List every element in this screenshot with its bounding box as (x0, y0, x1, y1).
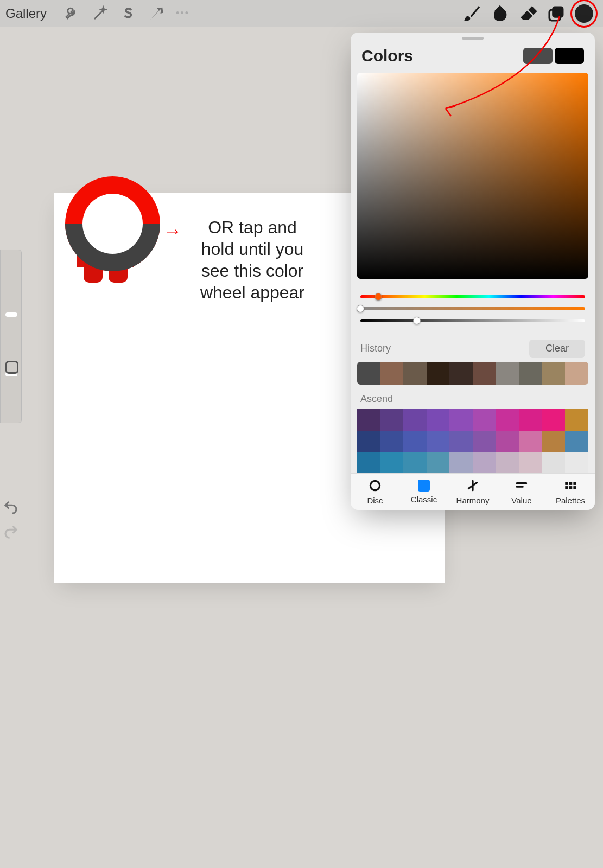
drag-handle[interactable] (462, 37, 484, 40)
colors-popover: Colors History Clear Ascend DiscClassicH… (351, 33, 595, 510)
history-swatch[interactable] (519, 362, 542, 385)
clear-history-button[interactable]: Clear (529, 340, 585, 358)
saturation-slider[interactable] (360, 307, 585, 310)
palette-swatch[interactable] (380, 452, 404, 474)
current-color-swatch (575, 4, 593, 23)
eyedropper-color-wheel (65, 176, 160, 271)
history-swatch[interactable] (473, 362, 496, 385)
palette-swatch[interactable] (496, 452, 519, 474)
palette-swatch[interactable] (496, 431, 519, 452)
palette-swatch[interactable] (357, 431, 380, 452)
svg-rect-0 (553, 7, 563, 17)
svg-rect-6 (565, 486, 568, 489)
redo-icon[interactable] (3, 524, 19, 540)
colors-title: Colors (361, 47, 413, 65)
history-swatch[interactable] (449, 362, 473, 385)
palette-grid (357, 409, 588, 474)
instruction-text: OR tap and hold until you see this color… (190, 216, 315, 303)
tab-disc[interactable]: Disc (351, 474, 399, 510)
svg-rect-5 (573, 482, 576, 485)
modify-button[interactable] (5, 361, 18, 374)
eraser-icon[interactable] (517, 3, 539, 24)
palette-swatch[interactable] (380, 409, 404, 431)
previous-color-swatch[interactable] (523, 48, 553, 64)
palette-swatch[interactable] (357, 409, 380, 431)
palette-swatch[interactable] (473, 431, 496, 452)
tab-value[interactable]: Value (497, 474, 546, 510)
color-button[interactable] (570, 0, 598, 27)
history-swatch[interactable] (357, 362, 380, 385)
svg-rect-4 (569, 482, 572, 485)
history-swatch[interactable] (380, 362, 404, 385)
selection-s-icon[interactable] (117, 3, 139, 24)
history-swatch[interactable] (496, 362, 519, 385)
palette-swatch[interactable] (542, 431, 566, 452)
palette-swatch[interactable] (519, 409, 542, 431)
palette-swatch[interactable] (542, 409, 566, 431)
palette-swatch[interactable] (403, 452, 427, 474)
smudge-icon[interactable] (489, 3, 511, 24)
gallery-button[interactable]: Gallery (5, 6, 47, 21)
transform-arrow-icon[interactable] (145, 3, 167, 24)
svg-rect-7 (569, 486, 572, 489)
wand-icon[interactable] (89, 3, 111, 24)
palette-swatch[interactable] (427, 452, 450, 474)
history-swatch[interactable] (565, 362, 588, 385)
palette-swatch[interactable] (496, 409, 519, 431)
palette-swatch[interactable] (427, 409, 450, 431)
overflow-dots-icon[interactable]: ••• (176, 8, 189, 19)
brush-size-opacity-slider[interactable] (0, 250, 22, 423)
color-mode-tabs: DiscClassicHarmonyValuePalettes (351, 473, 595, 510)
annotation-highlight-circle (570, 0, 598, 28)
palette-swatch[interactable] (473, 452, 496, 474)
palette-swatch[interactable] (565, 452, 588, 474)
history-label: History (360, 343, 391, 354)
wrench-icon[interactable] (61, 3, 82, 24)
palette-swatch[interactable] (380, 431, 404, 452)
tab-harmony[interactable]: Harmony (448, 474, 497, 510)
layers-icon[interactable] (545, 3, 567, 24)
svg-rect-3 (565, 482, 568, 485)
palette-swatch[interactable] (357, 452, 380, 474)
palette-swatch[interactable] (565, 409, 588, 431)
palette-swatch[interactable] (565, 431, 588, 452)
palette-swatch[interactable] (473, 409, 496, 431)
palette-swatch[interactable] (403, 409, 427, 431)
tab-classic[interactable]: Classic (399, 474, 448, 510)
svg-rect-8 (573, 486, 576, 489)
palette-swatch[interactable] (449, 452, 473, 474)
annotation-arrow-icon: → (163, 220, 182, 242)
svg-point-2 (370, 481, 379, 490)
palette-swatch[interactable] (519, 452, 542, 474)
current-color-swatch[interactable] (555, 48, 584, 64)
tab-palettes[interactable]: Palettes (546, 474, 595, 510)
history-swatches (357, 362, 588, 385)
undo-icon[interactable] (3, 499, 19, 515)
brush-icon[interactable] (461, 3, 483, 24)
palette-swatch[interactable] (449, 409, 473, 431)
palette-swatch[interactable] (449, 431, 473, 452)
history-swatch[interactable] (403, 362, 427, 385)
history-swatch[interactable] (427, 362, 450, 385)
saturation-value-picker[interactable] (357, 73, 588, 279)
palette-swatch[interactable] (427, 431, 450, 452)
palette-swatch[interactable] (403, 431, 427, 452)
palette-swatch[interactable] (542, 452, 566, 474)
history-swatch[interactable] (542, 362, 566, 385)
hue-slider[interactable] (360, 295, 585, 298)
value-slider[interactable] (360, 319, 585, 322)
palette-swatch[interactable] (519, 431, 542, 452)
top-toolbar: Gallery ••• (0, 0, 603, 27)
palette-name: Ascend (351, 391, 595, 409)
